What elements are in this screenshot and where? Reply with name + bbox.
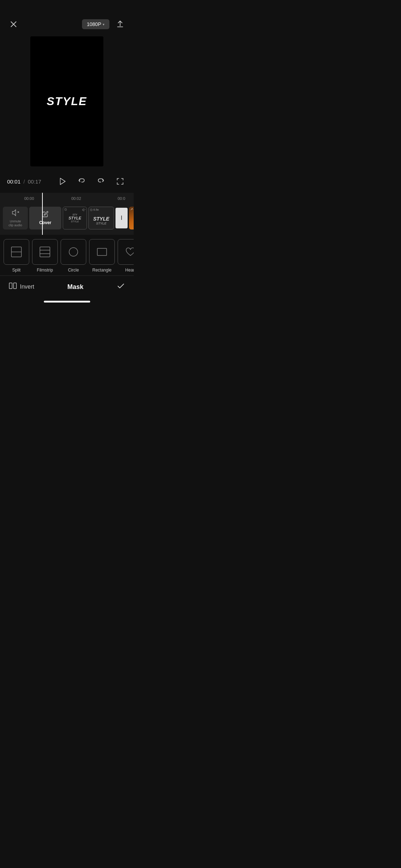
rectangle-label: Rectangle [92,268,112,273]
svg-marker-7 [82,208,84,211]
mask-options: Split Filmstrip Circle [0,235,134,275]
invert-button[interactable]: Invert [9,281,34,292]
video-title-text: STYLE [47,95,87,108]
svg-marker-3 [12,210,16,216]
clip1-content: STY STYLE STYLE [68,213,81,223]
mask-item-heart[interactable]: Heart [118,239,134,273]
playback-controls [56,175,127,188]
heart-icon-box [118,239,134,265]
invert-icon [9,281,17,292]
undo-button[interactable] [75,175,88,188]
rectangle-icon-box [89,239,115,265]
timeline-ruler: 00:00 00:02 00:0 [0,193,134,203]
circle-icon-box [61,239,86,265]
bottom-bar: Invert Mask [0,275,134,298]
heart-label: Heart [125,268,134,273]
image-track-content: ↗ Gra The [129,207,134,229]
timeline-area: 00:00 00:02 00:0 Unmuteclip audio [0,193,134,235]
mask-grid: Split Filmstrip Circle [0,239,134,273]
current-time: 00:01 [7,179,21,185]
svg-marker-2 [60,178,65,185]
cover-track[interactable]: Cover [29,207,61,229]
svg-point-16 [69,248,78,256]
mute-icon [11,209,19,218]
mask-item-split[interactable]: Split [4,239,29,273]
filmstrip-icon-box [32,239,58,265]
fullscreen-button[interactable] [114,175,127,188]
filmstrip-label: Filmstrip [37,268,53,273]
mask-item-rectangle[interactable]: Rectangle [89,239,115,273]
chevron-down-icon: ▾ [103,22,104,26]
style-clip-1[interactable]: STY STYLE STYLE [63,207,87,229]
time-separator: / [24,179,25,185]
play-button[interactable] [56,175,69,188]
video-preview: STYLE [30,36,103,166]
resolution-label: 1080P [87,21,101,27]
cover-edit-icon [42,211,48,219]
upload-button[interactable] [114,18,127,31]
ruler-mark-2: 00:0 [118,196,125,201]
clip1-vol-icon [82,208,86,212]
mute-track[interactable]: Unmuteclip audio [3,207,28,229]
clip2-content: STYLE STYLE [90,216,112,225]
cover-label: Cover [39,220,51,225]
split-icon-box [4,239,29,265]
split-label: Split [12,268,20,273]
mask-item-circle[interactable]: Circle [61,239,86,273]
svg-rect-13 [40,247,50,257]
timeline-playhead [42,193,43,235]
close-button[interactable] [7,18,20,31]
svg-rect-20 [14,283,16,289]
pause-label: I [121,215,122,221]
mask-item-filmstrip[interactable]: Filmstrip [32,239,58,273]
style-clip-2[interactable]: 0.5x STYLE STYLE [88,207,114,229]
invert-label: Invert [20,284,34,290]
image-track[interactable]: ↗ Gra The [129,207,134,229]
mask-title: Mask [67,283,83,291]
resolution-button[interactable]: 1080P ▾ [82,19,109,29]
total-time: 00:17 [28,179,41,185]
timeline-tracks: Unmuteclip audio Cover STY STYLE STYLE [0,203,134,235]
pause-clip[interactable]: I [115,208,128,228]
svg-rect-19 [9,283,12,289]
time-display: 00:01 / 00:17 [7,179,41,185]
home-indicator [44,301,90,303]
playback-bar: 00:01 / 00:17 [0,170,134,193]
svg-rect-17 [97,248,107,255]
top-bar: 1080P ▾ [0,0,134,36]
confirm-button[interactable] [117,281,125,292]
clip1-badge [64,208,67,211]
clip2-badge: 0.5x [90,208,99,211]
ruler-mark-0: 00:00 [24,196,34,201]
redo-button[interactable] [94,175,107,188]
ruler-mark-1: 00:02 [71,196,81,201]
mute-label: Unmuteclip audio [9,219,22,227]
circle-label: Circle [68,268,79,273]
